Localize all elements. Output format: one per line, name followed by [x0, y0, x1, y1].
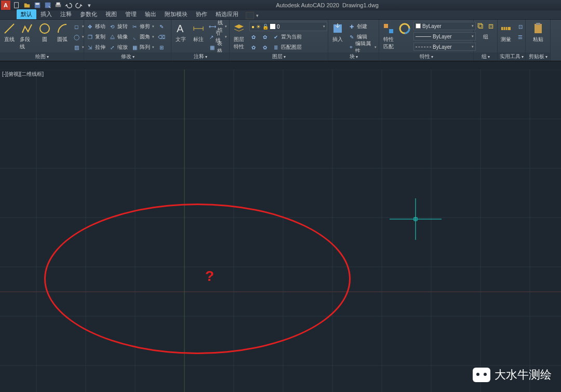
tab-manage[interactable]: 管理	[121, 9, 141, 19]
panel-modify-title[interactable]: 修改▾	[84, 52, 171, 61]
tab-extra-dd-icon[interactable]: ▾	[256, 13, 259, 18]
svg-rect-14	[389, 29, 393, 33]
text-button[interactable]: A 文字	[173, 22, 188, 43]
layerprops-icon	[232, 22, 246, 35]
matchlayer-button[interactable]: ≣匹配图层	[272, 43, 302, 52]
qat-plot-icon[interactable]	[54, 1, 62, 9]
polyline-icon	[20, 22, 34, 35]
paste-icon	[531, 22, 545, 35]
stretch-button[interactable]: ⇲拉伸	[86, 43, 105, 52]
lineweight-combo[interactable]: ByLayer▾	[413, 32, 476, 40]
qat-saveas-icon[interactable]	[44, 1, 52, 9]
svg-rect-13	[384, 24, 388, 28]
scale-button[interactable]: ⤢缩放	[109, 43, 128, 52]
group-button[interactable]: ⧉	[476, 22, 485, 30]
setcurrent-button[interactable]: ✔置为当前	[272, 32, 302, 42]
matchlayer-icon: ≣	[272, 44, 279, 51]
text-icon: A	[174, 22, 188, 35]
copy-button[interactable]: ❐复制	[86, 32, 105, 42]
arc-button[interactable]: 圆弧	[55, 22, 70, 43]
move-button[interactable]: ✥移动	[86, 22, 105, 31]
paste-button[interactable]: 粘贴	[531, 22, 545, 43]
qat-redo-icon[interactable]	[75, 1, 83, 9]
panel-block-title[interactable]: 块▾	[328, 52, 379, 61]
line-button[interactable]: 直线	[2, 22, 17, 43]
circle-button[interactable]: 圆	[37, 22, 52, 43]
tab-view[interactable]: 视图	[101, 9, 121, 19]
modify-extra-icon[interactable]: ✎	[157, 22, 166, 31]
editattr-button[interactable]: ⌖编辑属性▾	[348, 43, 377, 52]
rotate-icon: ⟲	[109, 23, 116, 30]
svg-rect-5	[57, 3, 60, 5]
drawing-canvas[interactable]: [-][俯视][二维线框] ? 大水牛测绘	[0, 70, 561, 392]
panel-annotate-title[interactable]: 注释▾	[171, 52, 229, 61]
create-button[interactable]: ✚创建	[348, 22, 377, 31]
panel-clip-title[interactable]: 剪贴板▾	[526, 52, 550, 61]
circle-icon	[38, 22, 51, 35]
mirror-button[interactable]: ⧋镜像	[109, 32, 128, 42]
array-button[interactable]: ▦阵列▾	[131, 43, 154, 52]
tab-featured[interactable]: 精选应用	[211, 9, 243, 19]
tab-annotate[interactable]: 注释	[56, 9, 76, 19]
layerprops-button[interactable]: 图层 特性	[232, 22, 246, 50]
qat-dropdown-icon[interactable]: ▾	[85, 1, 94, 9]
draw-extra1-icon[interactable]: ◻▾	[73, 22, 84, 31]
panel-utils-title[interactable]: 实用工具▾	[498, 52, 525, 61]
editattr-icon: ⌖	[348, 44, 354, 51]
group-icon: ⧉	[476, 22, 485, 30]
linetype-combo[interactable]: ByLayer▾	[413, 43, 476, 51]
annotation-question-mark: ?	[205, 268, 214, 285]
measure-button[interactable]: 测量	[499, 22, 513, 43]
color-combo[interactable]: ByLayer▾	[413, 22, 476, 30]
layer-tool1-icon[interactable]: ✿	[249, 32, 258, 42]
view-label[interactable]: [-][俯视][二维线框]	[2, 71, 44, 78]
tab-default[interactable]: 默认	[17, 9, 36, 19]
qat-undo-icon[interactable]	[64, 1, 73, 9]
insert-button[interactable]: 插入	[330, 22, 345, 43]
measure-icon	[499, 22, 513, 35]
tab-parametric[interactable]: 参数化	[76, 9, 101, 19]
matchprops-icon	[382, 22, 395, 35]
draw-extra2-icon[interactable]: ◯▾	[73, 32, 84, 42]
tab-output[interactable]: 输出	[141, 9, 161, 19]
svg-line-6	[5, 24, 14, 33]
tab-collab[interactable]: 协作	[192, 9, 211, 19]
trim-icon: ✂	[131, 23, 138, 30]
qat-save-icon[interactable]	[33, 1, 42, 9]
colorwheel-icon[interactable]	[399, 22, 410, 35]
layer-tool2-icon[interactable]: ✿	[249, 43, 258, 52]
sun-icon: ☀	[256, 24, 261, 30]
layer-tool4-icon[interactable]: ✿	[261, 43, 269, 52]
tab-insert[interactable]: 插入	[36, 9, 56, 19]
fillet-icon: ◟	[131, 33, 138, 40]
trim-button[interactable]: ✂修剪▾	[131, 22, 154, 31]
matchprops-button[interactable]: 特性 匹配	[381, 22, 396, 50]
app-logo[interactable]: A	[1, 1, 10, 10]
rotate-button[interactable]: ⟲旋转	[109, 22, 128, 31]
tab-extra-1-icon[interactable]	[246, 12, 254, 19]
line-icon	[3, 22, 16, 35]
util-extra-icon[interactable]: ⊡	[516, 22, 525, 31]
table-button[interactable]: ▦表格	[209, 43, 227, 52]
tab-addins[interactable]: 附加模块	[161, 9, 192, 19]
fillet-button[interactable]: ◟圆角▾	[131, 32, 154, 42]
modify-extra2-icon[interactable]: ⌫	[157, 32, 166, 42]
panel-draw-title[interactable]: 绘图▾	[0, 52, 84, 61]
ungroup-button[interactable]: ⧈	[486, 22, 496, 30]
dim-button[interactable]: 标注	[191, 22, 206, 43]
qat-open-icon[interactable]	[23, 1, 31, 9]
util-extra2-icon[interactable]: ☰	[516, 32, 525, 42]
leader-icon: ↗	[209, 33, 214, 40]
qat-new-icon[interactable]	[12, 1, 21, 9]
polyline-button[interactable]: 多段线	[20, 22, 34, 50]
panel-props-title[interactable]: 特性▾	[379, 52, 473, 61]
draw-extra3-icon[interactable]: ▨▾	[73, 43, 84, 52]
move-icon: ✥	[86, 23, 94, 30]
modify-extra3-icon[interactable]: ⊞	[157, 43, 166, 52]
layer-tool3-icon[interactable]: ✿	[261, 32, 269, 42]
layer-combo[interactable]: ● ☀ 🔓 0 ▾	[249, 22, 327, 31]
panel-group-title[interactable]: 组▾	[474, 52, 497, 61]
title-text: Autodesk AutoCAD 2020 Drawing1.dwg	[94, 2, 561, 8]
panel-layers-title[interactable]: 图层▾	[230, 52, 328, 61]
mirror-icon: ⧋	[109, 33, 116, 40]
